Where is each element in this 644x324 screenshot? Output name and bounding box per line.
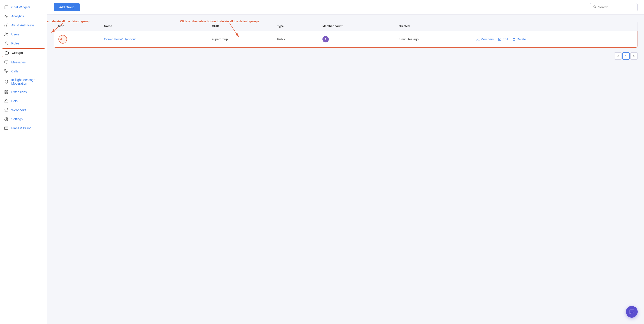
svg-rect-8	[5, 101, 8, 103]
bots-icon	[4, 99, 8, 103]
sidebar-item-label: Messages	[11, 60, 26, 64]
svg-point-14	[594, 6, 596, 8]
sidebar-item-label: API & Auth Keys	[11, 24, 34, 27]
sidebar-item-label: Settings	[11, 117, 23, 121]
svg-point-2	[6, 42, 7, 43]
shield-icon	[4, 80, 8, 84]
navigate-arrow-svg: Navigate to Groups tab and delete all th…	[48, 15, 103, 60]
svg-line-15	[596, 8, 596, 8]
sidebar-item-label: Roles	[11, 42, 20, 45]
col-member-count: Member count	[318, 21, 395, 31]
sidebar-item-plans-billing[interactable]: Plans & Billing	[0, 124, 47, 133]
sidebar-item-label: Plans & Billing	[11, 126, 32, 130]
svg-text:Click on the delete button to : Click on the delete button to delete all…	[180, 20, 259, 23]
svg-rect-4	[5, 90, 6, 92]
sidebar-item-extensions[interactable]: Extensions	[0, 88, 47, 96]
settings-icon	[4, 117, 8, 122]
calls-icon	[4, 69, 8, 74]
sidebar-item-chat-widgets[interactable]: Chat Widgets	[0, 3, 47, 12]
svg-line-19	[52, 24, 63, 32]
sidebar-item-settings[interactable]: Settings	[0, 114, 47, 124]
svg-point-1	[5, 33, 6, 34]
search-icon	[593, 5, 596, 9]
svg-rect-7	[5, 92, 6, 94]
sidebar-item-label: Webhooks	[11, 108, 26, 112]
members-button[interactable]: Members	[474, 38, 496, 41]
svg-rect-12	[4, 127, 8, 130]
users-icon	[4, 32, 8, 36]
role-icon	[4, 41, 8, 46]
key-icon	[4, 23, 8, 28]
current-page-button[interactable]: 1	[622, 52, 630, 60]
delete-button[interactable]: Delete	[511, 38, 528, 41]
sidebar-item-webhooks[interactable]: Webhooks	[0, 106, 47, 114]
svg-text:Navigate to Groups tab and del: Navigate to Groups tab and delete all th…	[48, 20, 90, 23]
sidebar-item-groups[interactable]: Groups	[2, 48, 45, 57]
sidebar-item-analytics[interactable]: Analytics	[0, 12, 47, 21]
sidebar-item-label: Analytics	[11, 14, 24, 18]
sidebar-item-messages[interactable]: Messages	[0, 58, 47, 67]
webhooks-icon	[4, 108, 8, 112]
sidebar-item-label: Calls	[11, 70, 18, 73]
sidebar-item-api-auth-keys[interactable]: API & Auth Keys	[0, 21, 47, 30]
prev-page-button[interactable]: <	[614, 52, 622, 60]
col-created: Created	[395, 21, 470, 31]
svg-point-0	[5, 25, 6, 27]
sidebar-item-inflight-moderation[interactable]: In-flight Message Moderation	[0, 76, 47, 88]
main-content: Add Group Icon Name GUID Type Member cou…	[48, 0, 644, 324]
sidebar-item-users[interactable]: Users	[0, 30, 47, 39]
sidebar-item-calls[interactable]: Calls	[0, 67, 47, 76]
next-page-button[interactable]: >	[630, 52, 638, 60]
extensions-icon	[4, 90, 8, 94]
sidebar-item-label: In-flight Message Moderation	[11, 78, 43, 85]
group-created: 3 minutes ago	[395, 31, 470, 48]
svg-rect-6	[7, 92, 8, 94]
folder-icon	[4, 50, 9, 55]
edit-button[interactable]: Edit	[496, 38, 510, 41]
content-area: Icon Name GUID Type Member count Created	[48, 15, 644, 324]
sidebar-item-bots[interactable]: Bots	[0, 96, 47, 106]
messages-icon	[4, 60, 8, 64]
svg-rect-3	[5, 61, 8, 63]
sidebar-item-label: Groups	[12, 51, 23, 54]
svg-point-17	[477, 38, 478, 39]
add-group-button[interactable]: Add Group	[54, 3, 80, 11]
delete-arrow-svg: Click on the delete button to delete all…	[99, 15, 302, 60]
col-actions	[470, 21, 637, 31]
sidebar-item-label: Chat Widgets	[11, 6, 30, 9]
sidebar: Chat Widgets Analytics API & Auth Keys U…	[0, 0, 48, 324]
chat-fab-button[interactable]	[626, 306, 638, 318]
sidebar-item-label: Extensions	[11, 90, 27, 94]
member-count-badge: 3	[322, 36, 329, 42]
search-input[interactable]	[598, 6, 634, 9]
svg-rect-5	[7, 90, 8, 92]
topbar: Add Group	[48, 0, 644, 15]
sidebar-item-roles[interactable]: Roles	[0, 39, 47, 48]
billing-icon	[4, 126, 8, 130]
svg-line-22	[230, 24, 239, 37]
sidebar-item-label: Users	[11, 32, 20, 36]
sidebar-item-label: Bots	[11, 99, 18, 103]
svg-point-11	[6, 119, 7, 120]
chat-icon	[4, 5, 8, 10]
analytics-icon	[4, 14, 8, 18]
search-box	[590, 3, 638, 11]
